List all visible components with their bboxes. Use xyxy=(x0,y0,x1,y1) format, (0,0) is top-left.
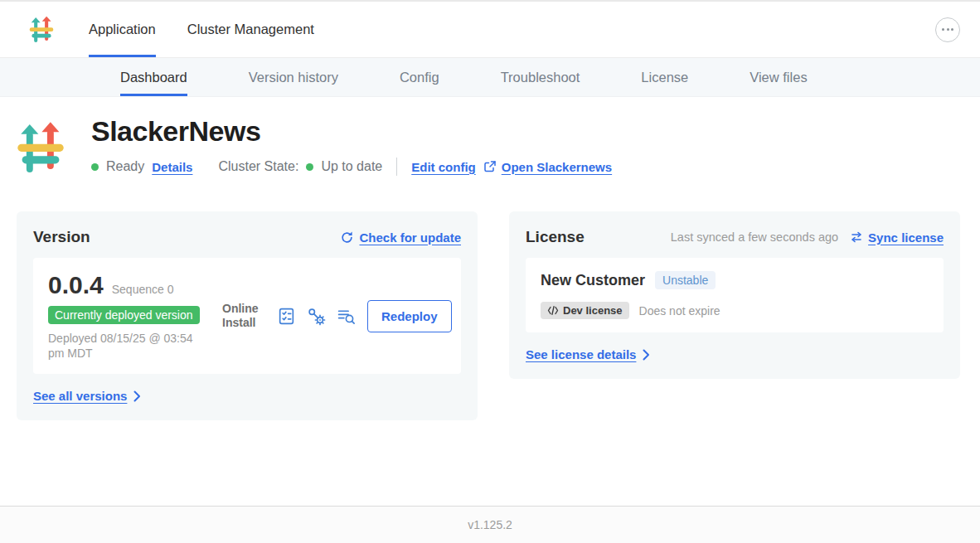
version-summary: 0.0.4 Sequence 0 Currently deployed vers… xyxy=(48,271,211,361)
channel-badge: Unstable xyxy=(655,271,716,289)
hash-arrows-icon xyxy=(17,119,65,178)
version-line: 0.0.4 Sequence 0 xyxy=(48,271,211,299)
app-info: SlackerNews Ready Details Cluster State:… xyxy=(91,115,612,178)
app-status-text: Ready xyxy=(106,159,144,174)
app-icon xyxy=(17,119,65,178)
version-number: 0.0.4 xyxy=(48,271,104,299)
see-license-details-label: See license details xyxy=(526,347,636,361)
check-for-update-link[interactable]: Check for update xyxy=(340,230,461,245)
cluster-state-value: Up to date xyxy=(321,159,382,174)
version-card-header: Version Check for update xyxy=(33,228,461,246)
divider xyxy=(396,158,397,176)
view-logs-icon[interactable] xyxy=(337,307,356,326)
deployed-badge: Currently deployed version xyxy=(48,306,200,324)
version-card: Version Check for update 0.0.4 Sequence xyxy=(17,211,478,420)
subnav-item-dashboard[interactable]: Dashboard xyxy=(120,58,187,96)
open-app-link-label: Open Slackernews xyxy=(502,160,612,174)
open-app-link[interactable]: Open Slackernews xyxy=(483,160,612,174)
deployed-timestamp: Deployed 08/15/25 @ 03:54 pm MDT xyxy=(48,331,211,361)
last-synced-text: Last synced a few seconds ago xyxy=(671,230,838,244)
dashboard-cards: Version Check for update 0.0.4 Sequence xyxy=(17,211,960,420)
preflight-checks-icon[interactable] xyxy=(277,307,296,326)
version-actions xyxy=(277,307,356,326)
app-subnav: Dashboard Version history Config Trouble… xyxy=(0,58,980,97)
subnav-item-license[interactable]: License xyxy=(641,58,688,96)
top-tabs: Application Cluster Management xyxy=(89,2,346,57)
refresh-icon xyxy=(340,230,354,245)
license-row-customer: New Customer Unstable xyxy=(541,271,929,289)
sync-icon xyxy=(850,230,863,244)
page-title: SlackerNews xyxy=(91,115,612,148)
app-logo-icon xyxy=(29,16,54,44)
chevron-right-icon xyxy=(643,349,650,361)
customer-name: New Customer xyxy=(541,272,645,289)
sync-license-link[interactable]: Sync license xyxy=(850,230,944,245)
cluster-state-label: Cluster State: xyxy=(218,159,298,174)
subnav-item-config[interactable]: Config xyxy=(400,58,439,96)
details-link[interactable]: Details xyxy=(152,160,192,174)
app-status-row: Ready Details Cluster State: Up to date … xyxy=(91,158,612,176)
license-card-title: License xyxy=(526,228,585,246)
expiration-text: Does not expire xyxy=(639,304,720,318)
sync-license-label: Sync license xyxy=(868,230,944,245)
cluster-state-dot xyxy=(306,163,313,171)
tab-cluster-management[interactable]: Cluster Management xyxy=(187,2,314,57)
license-type-label: Dev license xyxy=(563,304,623,317)
top-navigation: Application Cluster Management xyxy=(0,0,980,58)
license-details-panel: New Customer Unstable Dev license xyxy=(526,258,944,332)
license-card: License Last synced a few seconds ago Sy… xyxy=(509,211,960,379)
see-license-details-link[interactable]: See license details xyxy=(526,347,650,361)
license-sync-group: Last synced a few seconds ago Sync licen… xyxy=(671,230,944,245)
license-card-header: License Last synced a few seconds ago Sy… xyxy=(526,228,944,246)
code-icon xyxy=(547,306,559,315)
see-all-versions-link[interactable]: See all versions xyxy=(33,389,141,403)
hash-arrows-icon xyxy=(29,16,54,44)
app-status-dot xyxy=(91,163,99,171)
ellipsis-icon xyxy=(942,28,944,31)
page: Application Cluster Management Dashboard… xyxy=(0,0,980,543)
license-row-type: Dev license Does not expire xyxy=(541,302,929,319)
config-tools-icon[interactable] xyxy=(307,307,326,326)
console-version: v1.125.2 xyxy=(468,518,512,531)
subnav-item-troubleshoot[interactable]: Troubleshoot xyxy=(501,58,580,96)
see-all-versions-label: See all versions xyxy=(33,389,127,403)
more-menu-button[interactable] xyxy=(935,17,960,42)
main-content: SlackerNews Ready Details Cluster State:… xyxy=(0,97,980,506)
install-type-label: Online Install xyxy=(222,302,265,331)
footer: v1.125.2 xyxy=(0,506,980,543)
current-version-panel: 0.0.4 Sequence 0 Currently deployed vers… xyxy=(33,258,461,374)
check-for-update-label: Check for update xyxy=(359,230,461,245)
license-type-badge: Dev license xyxy=(541,302,629,319)
edit-config-link[interactable]: Edit config xyxy=(411,160,476,174)
subnav-item-version-history[interactable]: Version history xyxy=(249,58,338,96)
redeploy-button[interactable]: Redeploy xyxy=(367,300,452,332)
tab-application[interactable]: Application xyxy=(89,2,156,57)
chevron-right-icon xyxy=(133,390,141,402)
sequence-label: Sequence 0 xyxy=(112,283,174,296)
external-link-icon xyxy=(483,160,497,173)
app-header: SlackerNews Ready Details Cluster State:… xyxy=(17,115,960,178)
version-card-title: Version xyxy=(33,228,90,246)
subnav-item-view-files[interactable]: View files xyxy=(750,58,807,96)
